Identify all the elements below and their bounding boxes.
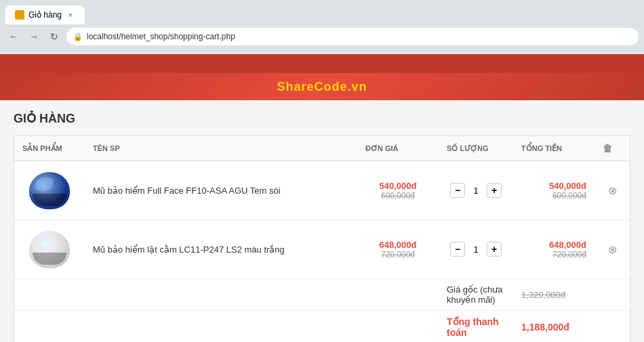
browser-chrome: Giỏ hàng × ← → ↻ 🔒 localhost/helmet_shop…: [0, 0, 644, 54]
helmet-flipup-white-icon: [29, 231, 70, 268]
price-original-1: 600,000đ: [365, 191, 430, 200]
header-product-image: SẢN PHẨM: [14, 136, 85, 161]
page-content: GIỎ HÀNG SẢN PHẨM TÊN SP ĐƠN GIÁ SỐ LƯỢN…: [0, 100, 644, 342]
summary-original-label-cell: [14, 279, 439, 311]
qty-control-2: − 1 +: [447, 242, 505, 257]
total-original-1: 600,000đ: [521, 191, 586, 200]
unit-price-cell-2: 648,000đ 720,000đ: [357, 220, 439, 279]
sharecode-banner: ShareCode.vn: [0, 73, 644, 100]
summary-original-value-cell: 1,320,000đ: [513, 279, 595, 311]
summary-total-empty-cell: [14, 311, 439, 343]
quantity-cell-2: − 1 +: [439, 220, 513, 279]
address-bar-row: ← → ↻ 🔒 localhost/helmet_shop/shopping-c…: [0, 24, 644, 49]
tab-close-button[interactable]: ×: [66, 10, 75, 20]
qty-value-1: 1: [469, 186, 483, 196]
page-title: GIỎ HÀNG: [14, 111, 630, 126]
unit-price-cell-1: 540,000đ 600,000đ: [357, 161, 439, 220]
summary-total-value-cell: 1,188,000đ: [513, 311, 595, 343]
qty-increase-2[interactable]: +: [487, 242, 502, 257]
price-original-2: 720,000đ: [365, 250, 430, 259]
summary-empty-1: [595, 279, 630, 311]
header-total: TỔNG TIỀN: [513, 136, 595, 161]
delete-cell-1: ⊗: [595, 161, 630, 220]
price-sale-1: 540,000đ: [365, 181, 430, 191]
total-original-2: 720,000đ: [521, 250, 586, 259]
header-quantity: SỐ LƯỢNG: [439, 136, 513, 161]
forward-button[interactable]: →: [26, 28, 42, 45]
trash-icon-header: 🗑: [603, 143, 612, 154]
product-name-cell-2: Mũ bảo hiểm lật cằm LC11-P247 LS2 màu tr…: [85, 220, 357, 279]
table-header-row: SẢN PHẨM TÊN SP ĐƠN GIÁ SỐ LƯỢNG TỔNG TI…: [14, 136, 630, 161]
header-delete: 🗑: [595, 136, 630, 161]
total-label: Tổng thanh toán: [447, 316, 499, 338]
header-unit-price: ĐƠN GIÁ: [357, 136, 439, 161]
summary-original-label: Giá gốc (chưa khuyến mãi): [439, 279, 513, 311]
summary-original-row: Giá gốc (chưa khuyến mãi) 1,320,000đ: [14, 279, 630, 311]
tab-favicon: [15, 10, 24, 20]
summary-total-row: Tổng thanh toán 1,188,000đ: [14, 311, 630, 343]
delete-button-1[interactable]: ⊗: [603, 181, 622, 200]
product-name-2: Mũ bảo hiểm lật cằm LC11-P247 LS2 màu tr…: [93, 244, 285, 255]
delete-cell-2: ⊗: [595, 220, 630, 279]
qty-decrease-2[interactable]: −: [450, 242, 465, 257]
summary-total-label-cell: Tổng thanh toán: [439, 311, 513, 343]
qty-decrease-1[interactable]: −: [450, 183, 465, 198]
header-product-name: TÊN SP: [85, 136, 357, 161]
quantity-cell-1: − 1 +: [439, 161, 513, 220]
product-image-cell-2: [14, 220, 85, 279]
table-row: Mũ bảo hiểm lật cằm LC11-P247 LS2 màu tr…: [14, 220, 630, 279]
url-text: localhost/helmet_shop/shopping-cart.php: [87, 32, 235, 41]
qty-increase-1[interactable]: +: [487, 183, 502, 198]
helmet-fullface-blue-icon: [29, 172, 70, 209]
product-image-2: [22, 226, 77, 273]
total-sale-2: 648,000đ: [521, 240, 586, 250]
qty-control-1: − 1 +: [447, 183, 505, 198]
summary-empty-2: [595, 311, 630, 343]
table-row: Mũ bảo hiểm Full Face FF10-ASA AGU Tem s…: [14, 161, 630, 220]
total-sale-1: 540,000đ: [521, 181, 586, 191]
product-image-cell-1: [14, 161, 85, 220]
total-cell-1: 540,000đ 600,000đ: [513, 161, 595, 220]
total-value: 1,188,000đ: [521, 322, 569, 333]
lock-icon: 🔒: [73, 33, 83, 41]
total-cell-2: 648,000đ 720,000đ: [513, 220, 595, 279]
extension-bar: [0, 54, 644, 73]
tab-bar: Giỏ hàng ×: [0, 0, 644, 24]
sharecode-logo-text: ShareCode.vn: [277, 80, 367, 93]
product-name-cell-1: Mũ bảo hiểm Full Face FF10-ASA AGU Tem s…: [85, 161, 357, 220]
active-tab[interactable]: Giỏ hàng ×: [5, 5, 85, 24]
cart-table: SẢN PHẨM TÊN SP ĐƠN GIÁ SỐ LƯỢNG TỔNG TI…: [14, 135, 630, 342]
delete-button-2[interactable]: ⊗: [603, 240, 622, 259]
original-price-label: Giá gốc (chưa khuyến mãi): [447, 284, 502, 305]
product-image-1: [22, 167, 77, 214]
tab-label: Giỏ hàng: [28, 10, 62, 20]
price-sale-2: 648,000đ: [365, 240, 430, 250]
reload-button[interactable]: ↻: [46, 28, 62, 45]
back-button[interactable]: ←: [5, 28, 22, 45]
original-price-value: 1,320,000đ: [521, 290, 565, 300]
sharecode-logo: ShareCode.vn: [277, 80, 367, 94]
address-bar[interactable]: 🔒 localhost/helmet_shop/shopping-cart.ph…: [66, 28, 639, 45]
qty-value-2: 1: [469, 244, 483, 255]
product-name-1: Mũ bảo hiểm Full Face FF10-ASA AGU Tem s…: [93, 186, 281, 196]
